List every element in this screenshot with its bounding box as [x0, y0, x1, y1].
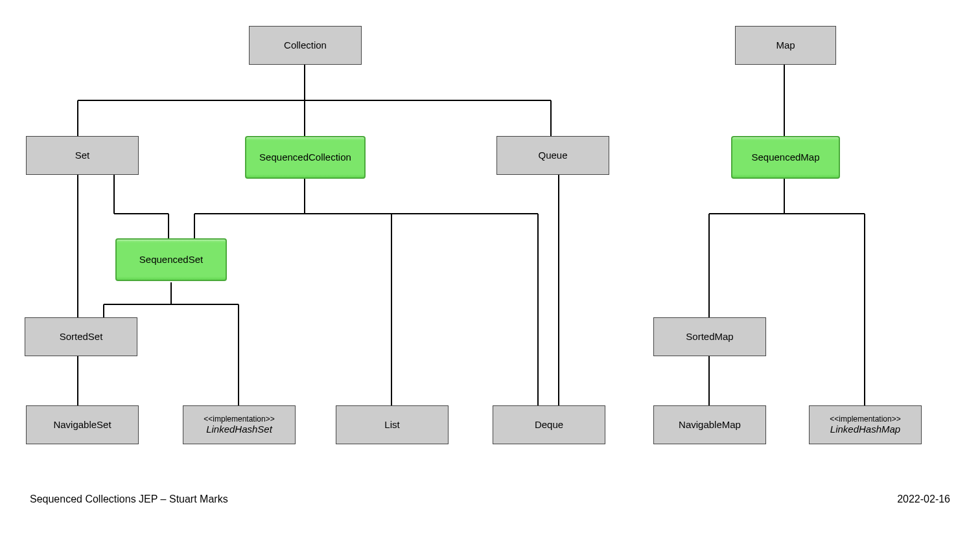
footer-caption: Sequenced Collections JEP – Stuart Marks — [30, 493, 228, 505]
node-collection: Collection — [249, 26, 362, 65]
node-stereotype: <<implementation>> — [204, 414, 274, 424]
node-sequenced-set: SequencedSet — [115, 238, 227, 281]
node-label: Queue — [538, 150, 567, 161]
node-queue: Queue — [496, 136, 609, 175]
node-deque: Deque — [493, 405, 605, 444]
footer-date: 2022-02-16 — [897, 493, 950, 505]
node-label: SequencedCollection — [259, 152, 351, 163]
node-navigable-set: NavigableSet — [26, 405, 139, 444]
node-sorted-map: SortedMap — [653, 317, 766, 356]
footer-left-text: Sequenced Collections JEP – Stuart Marks — [30, 493, 228, 504]
node-navigable-map: NavigableMap — [653, 405, 766, 444]
node-label: SortedSet — [60, 331, 103, 343]
node-sequenced-map: SequencedMap — [731, 136, 840, 179]
node-sorted-set: SortedSet — [25, 317, 137, 356]
node-map: Map — [735, 26, 836, 65]
node-set: Set — [26, 136, 139, 175]
node-label: LinkedHashSet — [206, 424, 272, 435]
node-label: SequencedSet — [139, 254, 203, 266]
node-label: Collection — [284, 40, 327, 51]
node-label: List — [384, 419, 399, 431]
node-label: Map — [776, 40, 795, 51]
footer-right-text: 2022-02-16 — [897, 493, 950, 504]
node-label: NavigableSet — [53, 419, 111, 431]
node-stereotype: <<implementation>> — [830, 414, 900, 424]
node-list: List — [336, 405, 449, 444]
node-label: SequencedMap — [751, 152, 819, 163]
node-label: NavigableMap — [679, 419, 741, 431]
node-label: LinkedHashMap — [830, 424, 900, 435]
node-linked-hash-set: <<implementation>> LinkedHashSet — [183, 405, 296, 444]
node-label: SortedMap — [686, 331, 733, 343]
node-linked-hash-map: <<implementation>> LinkedHashMap — [809, 405, 922, 444]
node-label: Deque — [535, 419, 563, 431]
node-label: Set — [75, 150, 90, 161]
node-sequenced-collection: SequencedCollection — [245, 136, 366, 179]
